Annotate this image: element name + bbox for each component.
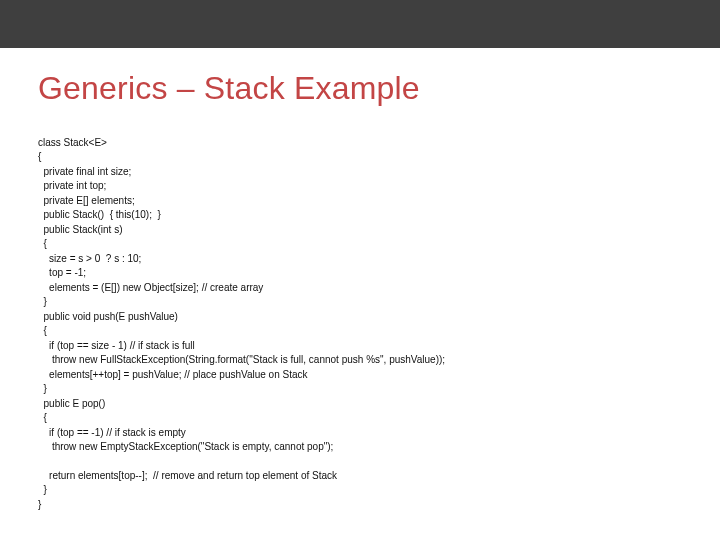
code-line: }: [38, 484, 47, 495]
code-line: private E[] elements;: [38, 195, 135, 206]
code-line: {: [38, 325, 47, 336]
code-line: size = s > 0 ? s : 10;: [38, 253, 141, 264]
slide-title: Generics – Stack Example: [38, 70, 682, 107]
code-line: public void push(E pushValue): [38, 311, 178, 322]
code-line: {: [38, 412, 47, 423]
code-line: }: [38, 499, 41, 510]
code-block: class Stack<E> { private final int size;…: [38, 121, 682, 527]
code-line: return elements[top--]; // remove and re…: [38, 470, 337, 481]
code-line: if (top == size - 1) // if stack is full: [38, 340, 195, 351]
code-line: elements = (E[]) new Object[size]; // cr…: [38, 282, 263, 293]
code-line: public Stack() { this(10); }: [38, 209, 161, 220]
code-line: throw new FullStackException(String.form…: [38, 354, 445, 365]
code-line: }: [38, 383, 47, 394]
code-line: elements[++top] = pushValue; // place pu…: [38, 369, 308, 380]
code-line: if (top == -1) // if stack is empty: [38, 427, 186, 438]
code-line: public Stack(int s): [38, 224, 122, 235]
code-line: throw new EmptyStackException("Stack is …: [38, 441, 333, 452]
code-line: }: [38, 296, 47, 307]
code-line: class Stack<E>: [38, 137, 107, 148]
code-line: {: [38, 238, 47, 249]
code-line: private final int size;: [38, 166, 131, 177]
slide-body: Generics – Stack Example class Stack<E> …: [0, 70, 720, 527]
code-line: public E pop(): [38, 398, 105, 409]
code-line: {: [38, 151, 41, 162]
code-line: private int top;: [38, 180, 106, 191]
code-line: top = -1;: [38, 267, 86, 278]
blank-line: [38, 455, 682, 469]
top-band: [0, 0, 720, 48]
